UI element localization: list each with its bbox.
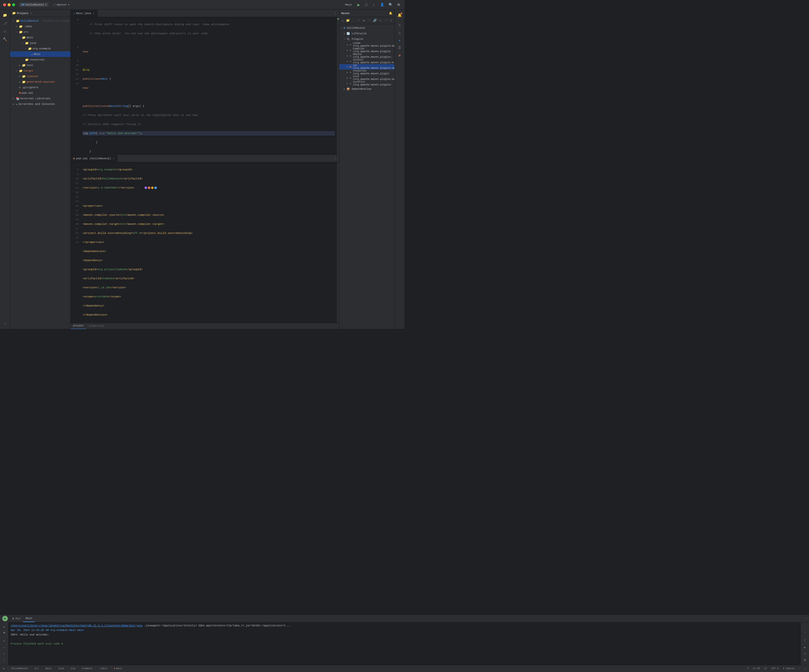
maven-link-btn[interactable]: 🔗	[373, 18, 377, 23]
left-icon-sidebar: 📁 ⎇ ◎ 🔨 ⋯	[0, 10, 10, 329]
debug-button[interactable]: ⬡	[364, 2, 369, 7]
settings-button[interactable]: ⚙	[396, 2, 401, 7]
tree-item-scratches[interactable]: ▶ ✏ Scratches and Consoles	[10, 101, 70, 107]
pom-project-tab[interactable]: project	[70, 323, 86, 329]
sidebar-icon-project[interactable]: 📁	[2, 12, 8, 18]
tree-item-src[interactable]: ▾ 📁 src	[10, 29, 70, 35]
maximize-button[interactable]	[12, 3, 15, 6]
arrow-java-folder: ▾	[21, 42, 24, 45]
right-icon-git-log[interactable]: ◎	[396, 29, 403, 36]
maven-item-site[interactable]: ▶ ⚙ site (org.apache.maven.plugins:mav	[339, 75, 394, 80]
maven-arrow-install: ▶	[347, 60, 348, 63]
main-java-editor-content: 6 7 8 9 10 11 12	[70, 17, 339, 154]
label-resources: resources	[30, 58, 44, 61]
tree-item-generated-sources[interactable]: ▶ 📁 generated-sources	[10, 79, 70, 85]
arrow-main-folder: ▾	[18, 36, 21, 39]
tree-item-main-folder[interactable]: ▾ 📁 main	[10, 35, 70, 40]
maven-stop-btn[interactable]: □	[367, 18, 372, 23]
tree-item-java-folder[interactable]: ▾ 📁 java	[10, 40, 70, 46]
maven-item-install[interactable]: ▶ ⚙ install (org.apache.maven.plugins:m	[339, 59, 394, 64]
pom-code-lines[interactable]: <groupId>org.example</groupId> <artifact…	[81, 163, 337, 323]
sidebar-icon-git[interactable]: ◎	[2, 28, 8, 35]
maven-item-resources[interactable]: ▶ ⚙ resources (org.apache.maven.plugin	[339, 70, 394, 75]
pom-tab-close[interactable]: ✕	[112, 157, 115, 160]
maven-label-hellomaven2: helloMaven2	[347, 27, 365, 30]
maven-notification-bell[interactable]: 🔔	[389, 12, 393, 15]
maven-icon-resources: ⚙	[349, 71, 351, 74]
editor-pane-main-java: ☕ Main.java ✕ ⋮ 6 7	[70, 10, 339, 155]
more-run-button[interactable]: ⋮	[371, 2, 377, 7]
close-button[interactable]	[3, 3, 6, 6]
tree-item-target[interactable]: ▾ 📁 target	[10, 68, 70, 74]
maven-item-dependencies[interactable]: ▶ 📦 Dependencies	[339, 86, 394, 92]
right-icon-database[interactable]: 🗄	[396, 44, 403, 52]
profile-button[interactable]: 👤	[379, 2, 385, 7]
maven-add-btn[interactable]: +	[356, 18, 361, 23]
run-button[interactable]: ▶	[356, 2, 362, 8]
maven-refresh-btn[interactable]: ↻	[340, 18, 345, 23]
maven-item-lifecycle[interactable]: ▶ 🔄 Lifecycle	[339, 31, 394, 36]
project-tree: ▾ 📁 helloMaven2 ~/Desktop/CS/JavaEE/1 Ja…	[10, 17, 70, 329]
search-button[interactable]: 🔍	[387, 2, 394, 7]
project-panel: 📁 Project ▾ ▾ 📁 helloMaven2 ~/Desktop/CS…	[10, 10, 70, 329]
main-java-tab-close[interactable]: ✕	[92, 12, 95, 15]
maven-download-btn[interactable]: ↓	[351, 18, 356, 23]
maven-open-btn[interactable]: 📁	[346, 18, 350, 23]
main-java-code-lines[interactable]: // Press Shift twice to open the Search …	[81, 17, 337, 154]
tab-main-java[interactable]: ☕ Main.java ✕	[70, 10, 97, 17]
tree-item-pom[interactable]: m pom.xml	[10, 90, 70, 96]
branch-name: master	[57, 3, 67, 6]
maven-list-btn[interactable]: ≡	[389, 18, 393, 23]
tree-item-hellomaven2[interactable]: ▾ 📁 helloMaven2 ~/Desktop/CS/JavaEE/1 Ja…	[10, 18, 70, 24]
maven-item-surefire[interactable]: ▶ ⚙ surefire (org.apache.maven.plugins:	[339, 80, 394, 86]
sidebar-icon-build[interactable]: 🔨	[2, 36, 8, 43]
icon-ext-libraries: 📚	[16, 97, 20, 101]
right-icon-notifications[interactable]: 🔔	[396, 12, 403, 18]
pom-tabs-menu[interactable]: ⋮	[331, 155, 339, 162]
icon-gitignore: ⊘	[19, 86, 21, 89]
tree-item-test[interactable]: ▶ 📁 test	[10, 62, 70, 68]
minimize-button[interactable]	[8, 3, 10, 6]
right-icon-copilot[interactable]: ✦	[396, 37, 403, 44]
maven-item-plugins[interactable]: ▾ 🔌 Plugins	[339, 36, 394, 42]
tree-item-org-example[interactable]: ▾ 📁 org.example	[10, 46, 70, 52]
right-icon-bookmark[interactable]: ⊡	[396, 22, 403, 29]
pom-line-12: <maven.compiler.source>21</maven.compile…	[83, 213, 335, 217]
pom-properties-tab[interactable]: properties	[86, 323, 106, 329]
maven-run-btn[interactable]: ▶	[362, 18, 366, 23]
code-line-6: // Press Shift twice to open the Search …	[83, 22, 335, 27]
code-line-new2: new *	[83, 86, 335, 90]
label-pom: pom.xml	[22, 92, 33, 94]
pom-scrollbar[interactable]	[337, 163, 339, 323]
sidebar-icon-vcs[interactable]: ⎇	[2, 20, 8, 27]
tree-item-gitignore[interactable]: ⊘ .gitignore	[10, 85, 70, 90]
icon-classes: 📁	[22, 75, 26, 79]
arrow-generated-sources: ▶	[18, 80, 21, 84]
maven-expand-btn[interactable]: ↔	[383, 18, 388, 23]
maven-label-lifecycle: Lifecycle	[352, 32, 366, 35]
maven-arrow-surefire: ▶	[347, 82, 348, 85]
maven-item-jar[interactable]: ▶ m jar (org.apache.maven.plugins:mave	[339, 64, 394, 70]
maven-close-btn[interactable]: ✕	[378, 18, 383, 23]
tree-item-idea[interactable]: ▶ 📁 .idea	[10, 24, 70, 29]
pom-code[interactable]: 7 8 9 10 11 12 13 14 15 16 17 18	[70, 163, 337, 323]
project-name-badge[interactable]: HM helloMaven2 ▾	[19, 3, 49, 7]
branch-badge[interactable]: ⎇ master ▾	[50, 3, 71, 7]
pom-line-20: <version>1.18.30</version>	[83, 285, 335, 290]
main-java-scrollbar[interactable]	[337, 17, 339, 154]
maven-item-clean[interactable]: ▶ ⚙ clean (org.apache.maven.plugins:ma	[339, 42, 394, 47]
tree-item-main-class[interactable]: ☕ Main	[10, 52, 70, 57]
maven-item-hellomaven2[interactable]: ▾ m helloMaven2	[339, 25, 394, 31]
maven-icon-jar: m	[349, 65, 351, 68]
tree-item-ext-libraries[interactable]: ▶ 📚 External Libraries	[10, 96, 70, 101]
project-panel-dropdown[interactable]: ▾	[30, 12, 32, 15]
maven-item-deploy[interactable]: ▶ ⚙ deploy (org.apache.maven.plugins:	[339, 53, 394, 59]
main-java-code[interactable]: 6 7 8 9 10 11 12	[70, 17, 337, 154]
tree-item-classes[interactable]: ▶ 📁 classes	[10, 74, 70, 79]
maven-item-compiler[interactable]: ▶ ⚙ compiler (org.apache.maven.plugins	[339, 47, 394, 53]
sidebar-icon-more[interactable]: ⋯	[2, 320, 8, 327]
tabs-menu-button[interactable]: ⋮	[331, 10, 339, 17]
right-icon-m[interactable]: m	[396, 52, 403, 59]
tab-pom[interactable]: m pom.xml (helloMaven2) ✕	[70, 155, 117, 162]
tree-item-resources[interactable]: 📁 resources	[10, 57, 70, 62]
